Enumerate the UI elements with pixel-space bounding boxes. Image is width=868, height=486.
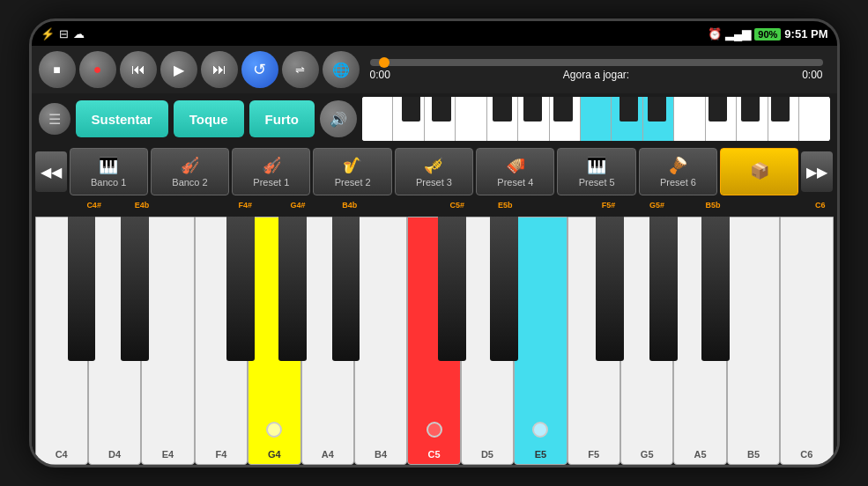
battery-indicator: 90% (754, 27, 781, 40)
progress-bar[interactable] (370, 59, 823, 66)
prev-arrow-icon: ◀◀ (41, 164, 62, 180)
app-content: ■ ● ⏮ ▶ ⏭ ↺ ⇌ 🌐 (32, 46, 837, 465)
key-e4[interactable]: E4 (141, 217, 194, 465)
signal-icon: ▂▄▆ (725, 27, 751, 40)
preset4-label: Preset 4 (497, 177, 533, 188)
volume-icon: 🔊 (330, 111, 347, 128)
preset3-icon: 🎺 (424, 156, 443, 175)
key-c5[interactable]: C5 (407, 217, 460, 465)
progress-area: 0:00 Agora a jogar: 0:00 (363, 59, 830, 81)
preset2-label: Preset 2 (335, 177, 371, 188)
bank1-label: Banco 1 (91, 177, 126, 188)
piano-keyboard-section: C4# E4b F4# G4# B4b C5# E5b F5# G5# B5b … (32, 199, 837, 465)
key-b5[interactable]: B5 (727, 217, 780, 465)
sustain-button[interactable]: Sustentar (76, 100, 168, 137)
preset2-button[interactable]: 🎷 Preset 2 (313, 148, 391, 195)
preset4-button[interactable]: 🪗 Preset 4 (476, 148, 554, 195)
piano-keys-container: C4 D4 E4 F4 (35, 217, 834, 465)
alarm-icon: ⏰ (708, 27, 722, 40)
preset1-button[interactable]: 🎻 Preset 1 (232, 148, 310, 195)
volume-button[interactable]: 🔊 (320, 100, 357, 137)
next-preset-button[interactable]: ▶▶ (801, 151, 833, 192)
status-bar: ⚡ ⊟ ☁ ⏰ ▂▄▆ 90% 9:51 PM (32, 21, 837, 46)
key-e5[interactable]: E5 (514, 217, 567, 465)
time-display: 9:51 PM (784, 27, 827, 40)
black-key-label-c5sharp: C5# (450, 201, 465, 210)
time-info: 0:00 Agora a jogar: 0:00 (370, 69, 823, 81)
preset3-button[interactable]: 🎺 Preset 3 (395, 148, 473, 195)
touch-button[interactable]: Toque (174, 100, 244, 137)
bank1-button[interactable]: 🎹 Banco 1 (70, 148, 148, 195)
key-a4[interactable]: A4 (301, 217, 354, 465)
preset-row: ◀◀ 🎹 Banco 1 🎻 Banco 2 🎻 Preset 1 🎷 Pres… (32, 144, 837, 199)
preset6-icon: 🪘 (668, 156, 687, 175)
black-key-label-f4sharp: F4# (239, 201, 253, 210)
preset3-label: Preset 3 (416, 177, 452, 188)
black-key-label-e4b: E4b (135, 201, 150, 210)
rewind-icon: ⏮ (131, 62, 145, 77)
key-c4[interactable]: C4 (35, 217, 88, 465)
active-preset-icon: 📦 (750, 161, 769, 180)
eq-button[interactable]: ⇌ (282, 51, 319, 88)
mini-piano-preview (362, 97, 830, 141)
menu-button[interactable]: ☰ (39, 103, 70, 135)
preset5-button[interactable]: 🎹 Preset 5 (557, 148, 635, 195)
bank1-icon: 🎹 (99, 156, 118, 175)
rewind-button[interactable]: ⏮ (120, 51, 157, 88)
bank2-button[interactable]: 🎻 Banco 2 (151, 148, 229, 195)
stop-icon: ■ (53, 63, 60, 77)
global-icon: 🌐 (332, 62, 350, 78)
progress-dot (379, 57, 389, 68)
black-key-label-g5sharp: G5# (649, 201, 664, 210)
preset6-label: Preset 6 (660, 177, 696, 188)
black-key-label-c4sharp: C4# (86, 201, 101, 210)
preset6-button[interactable]: 🪘 Preset 6 (639, 148, 717, 195)
key-f4[interactable]: F4 (195, 217, 248, 465)
loop-button[interactable]: ↺ (241, 51, 278, 88)
preset4-icon: 🪗 (506, 156, 525, 175)
portamento-button[interactable]: Furto (249, 100, 315, 137)
e5-dot (532, 422, 548, 438)
bank2-icon: 🎻 (180, 156, 199, 175)
global-button[interactable]: 🌐 (323, 51, 360, 88)
preset5-label: Preset 5 (579, 177, 615, 188)
prev-preset-button[interactable]: ◀◀ (35, 151, 67, 192)
key-a5[interactable]: A5 (673, 217, 726, 465)
white-keys-row: C4 D4 E4 F4 (35, 217, 834, 465)
total-time: 0:00 (802, 69, 822, 81)
preset1-label: Preset 1 (253, 177, 289, 188)
transport-controls-row: ■ ● ⏮ ▶ ⏭ ↺ ⇌ 🌐 (32, 46, 837, 93)
key-d4[interactable]: D4 (88, 217, 141, 465)
next-arrow-icon: ▶▶ (806, 164, 827, 180)
black-key-labels: C4# E4b F4# G4# B4b C5# E5b F5# G5# B5b … (35, 201, 834, 217)
preset1-icon: 🎻 (262, 156, 281, 175)
eq-icon-btn: ⇌ (295, 63, 305, 77)
key-c6[interactable]: C6 (780, 217, 833, 465)
hamburger-icon: ☰ (48, 111, 61, 128)
play-button[interactable]: ▶ (160, 51, 197, 88)
key-b4[interactable]: B4 (354, 217, 407, 465)
black-key-label-g4sharp: G4# (290, 201, 305, 210)
now-playing-label: Agora a jogar: (563, 69, 629, 81)
key-g5[interactable]: G5 (620, 217, 673, 465)
device-frame: ⚡ ⊟ ☁ ⏰ ▂▄▆ 90% 9:51 PM ■ ● ⏮ (29, 18, 840, 468)
usb-icon: ⚡ (41, 27, 55, 40)
black-key-label-b4b: B4b (342, 201, 357, 210)
record-button[interactable]: ● (79, 51, 116, 88)
preset2-icon: 🎷 (343, 156, 362, 175)
active-preset-button[interactable]: 📦 (720, 148, 798, 195)
key-d5[interactable]: D5 (461, 217, 514, 465)
stop-button[interactable]: ■ (39, 51, 76, 88)
loop-icon: ↺ (253, 60, 266, 79)
g4-dot (266, 422, 282, 438)
black-key-label-c6: C6 (815, 201, 826, 210)
black-key-label-f5sharp: F5# (602, 201, 616, 210)
eq-icon: ⊟ (59, 27, 69, 40)
key-f5[interactable]: F5 (568, 217, 620, 465)
status-left-icons: ⚡ ⊟ ☁ (41, 27, 85, 40)
bank2-label: Banco 2 (172, 177, 207, 188)
key-g4[interactable]: G4 (248, 217, 300, 465)
fastforward-button[interactable]: ⏭ (201, 51, 238, 88)
fastforward-icon: ⏭ (212, 62, 226, 77)
preset5-icon: 🎹 (587, 156, 606, 175)
